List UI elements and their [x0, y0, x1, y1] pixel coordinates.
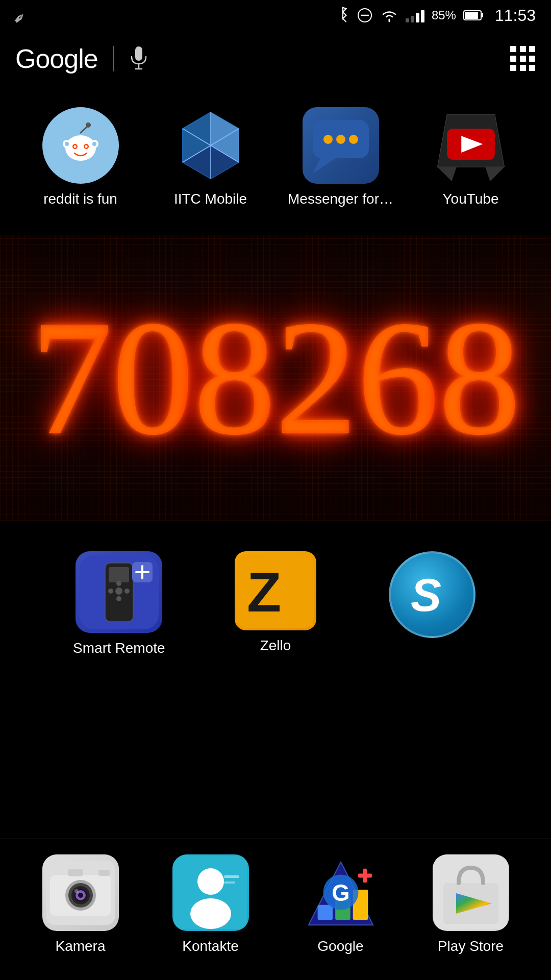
google-logo: Google — [15, 43, 98, 74]
nixie-digit-3: 2 — [276, 296, 357, 459]
messenger-icon[interactable] — [303, 107, 379, 184]
app-youtube[interactable]: YouTube — [420, 107, 522, 207]
app-iitc[interactable]: IITC Mobile — [160, 107, 262, 207]
svg-text:S: S — [411, 570, 441, 621]
svg-point-9 — [65, 135, 96, 161]
wifi-icon — [380, 7, 398, 23]
microphone-icon[interactable] — [130, 45, 148, 72]
reddit-icon[interactable] — [42, 107, 119, 184]
svg-point-32 — [323, 135, 333, 144]
svg-point-43 — [115, 587, 122, 595]
messenger-label: Messenger for… — [288, 191, 393, 207]
kamera-icon[interactable] — [42, 854, 119, 931]
app-kontakte[interactable]: Kontakte — [160, 854, 262, 954]
reddit-label: reddit is fun — [43, 191, 117, 207]
mid-app-row: Smart Remote Z Z Zello S — [0, 551, 551, 656]
svg-rect-4 — [465, 12, 478, 19]
svg-point-13 — [92, 142, 96, 146]
app-shazam[interactable]: S — [381, 551, 483, 652]
app-google[interactable]: G Google — [290, 854, 392, 954]
nixie-digit-4: 6 — [357, 296, 439, 459]
svg-rect-74 — [317, 905, 333, 920]
google-icon[interactable]: G — [303, 854, 379, 931]
dnd-icon — [357, 7, 373, 23]
app-messenger[interactable]: Messenger for… — [290, 107, 392, 207]
kontakte-label: Kontakte — [182, 938, 239, 954]
youtube-icon[interactable] — [433, 107, 509, 184]
app-kamera[interactable]: Kamera — [30, 854, 132, 954]
svg-point-17 — [85, 145, 87, 148]
svg-rect-71 — [224, 875, 239, 878]
svg-point-34 — [349, 135, 358, 144]
svg-rect-66 — [98, 870, 110, 876]
app-grid-button[interactable] — [510, 46, 536, 71]
svg-point-33 — [336, 135, 345, 144]
svg-text:Z: Z — [247, 560, 281, 623]
svg-rect-42 — [109, 567, 129, 582]
svg-rect-72 — [224, 881, 235, 884]
svg-rect-65 — [68, 869, 83, 876]
youtube-label: YouTube — [442, 191, 498, 207]
nixie-digit-1: 0 — [112, 296, 194, 459]
bluetooth-icon — [336, 6, 349, 24]
smartremote-icon[interactable] — [76, 551, 162, 633]
playstore-icon[interactable] — [433, 854, 509, 931]
google-bar: Google — [15, 36, 536, 82]
svg-marker-31 — [313, 158, 336, 174]
svg-point-16 — [73, 145, 76, 148]
svg-point-12 — [65, 142, 69, 146]
svg-rect-5 — [135, 46, 142, 61]
google-app-label: Google — [317, 938, 363, 954]
svg-text:G: G — [332, 880, 349, 906]
svg-point-45 — [124, 589, 130, 594]
kamera-label: Kamera — [55, 938, 105, 954]
nixie-digit-0: 7 — [31, 296, 112, 459]
app-zello[interactable]: Z Z Zello — [224, 551, 327, 654]
signal-icon — [406, 8, 424, 22]
playstore-label: Play Store — [438, 938, 504, 954]
divider — [113, 46, 114, 71]
svg-point-70 — [190, 898, 231, 929]
svg-rect-3 — [482, 13, 483, 17]
shazam-icon[interactable]: S — [389, 551, 475, 638]
svg-point-67 — [74, 889, 79, 893]
top-app-row: reddit is fun IITC Mobile — [15, 107, 536, 207]
battery-icon — [463, 8, 484, 22]
svg-point-19 — [86, 122, 91, 128]
iitc-label: IITC Mobile — [174, 191, 247, 207]
app-reddit[interactable]: reddit is fun — [30, 107, 132, 207]
wallpaper: 7 0 8 2 6 8 — [0, 235, 551, 521]
nixie-digit-2: 8 — [194, 296, 276, 459]
svg-point-64 — [78, 893, 83, 898]
kontakte-icon[interactable] — [172, 854, 249, 931]
svg-point-46 — [116, 596, 121, 601]
clock: 11:53 — [495, 6, 536, 25]
zello-label: Zello — [260, 638, 291, 654]
smartremote-label: Smart Remote — [73, 640, 165, 656]
battery-level: 85% — [432, 8, 456, 22]
svg-point-47 — [116, 581, 121, 586]
svg-rect-80 — [363, 869, 367, 883]
status-bar: 85% 11:53 — [0, 0, 551, 31]
dock: Kamera Kontakte — [0, 839, 551, 954]
svg-marker-39 — [485, 167, 505, 181]
iitc-icon[interactable] — [172, 107, 249, 184]
svg-point-69 — [197, 868, 224, 895]
zello-icon[interactable]: Z Z — [235, 551, 316, 630]
nixie-digit-5: 8 — [439, 296, 520, 459]
svg-marker-38 — [437, 167, 457, 181]
svg-point-44 — [108, 589, 113, 594]
app-playstore[interactable]: Play Store — [420, 854, 522, 954]
app-smartremote[interactable]: Smart Remote — [68, 551, 170, 656]
